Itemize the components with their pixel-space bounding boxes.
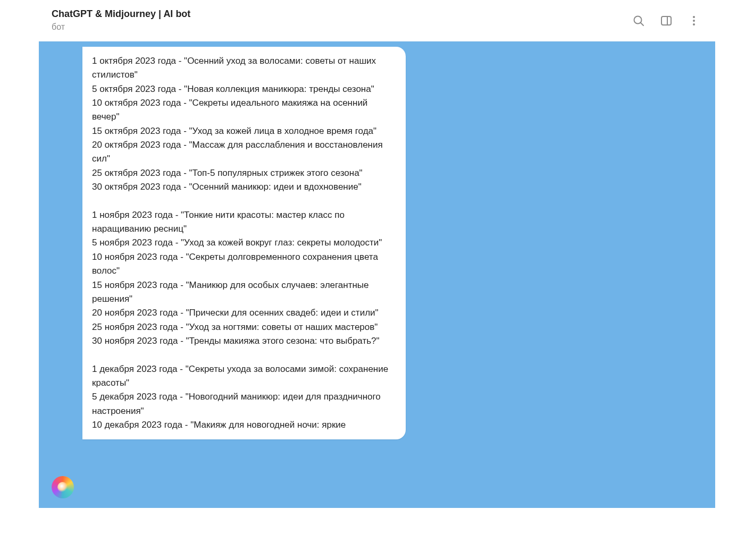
more-menu-icon[interactable] (688, 14, 700, 27)
svg-point-4 (693, 16, 695, 18)
sidebar-toggle-icon[interactable] (660, 14, 673, 27)
header-actions (632, 14, 705, 27)
chat-subtitle: бот (52, 22, 190, 33)
message-bubble: 1 октября 2023 года - "Осенний уход за в… (82, 47, 406, 439)
svg-line-1 (641, 22, 644, 26)
svg-point-5 (693, 20, 695, 22)
svg-point-6 (693, 23, 695, 26)
chat-header: ChatGPT & Midjourney | AI bot бот (39, 0, 715, 41)
chat-area[interactable]: 1 октября 2023 года - "Осенний уход за в… (39, 41, 715, 508)
message-text: 1 октября 2023 года - "Осенний уход за в… (92, 54, 396, 432)
search-icon[interactable] (632, 14, 645, 27)
svg-rect-2 (661, 16, 671, 25)
app-window: ChatGPT & Midjourney | AI bot бот (39, 0, 715, 508)
chat-header-info[interactable]: ChatGPT & Midjourney | AI bot бот (52, 8, 190, 32)
bot-avatar[interactable] (52, 476, 74, 498)
chat-title: ChatGPT & Midjourney | AI bot (52, 8, 190, 20)
